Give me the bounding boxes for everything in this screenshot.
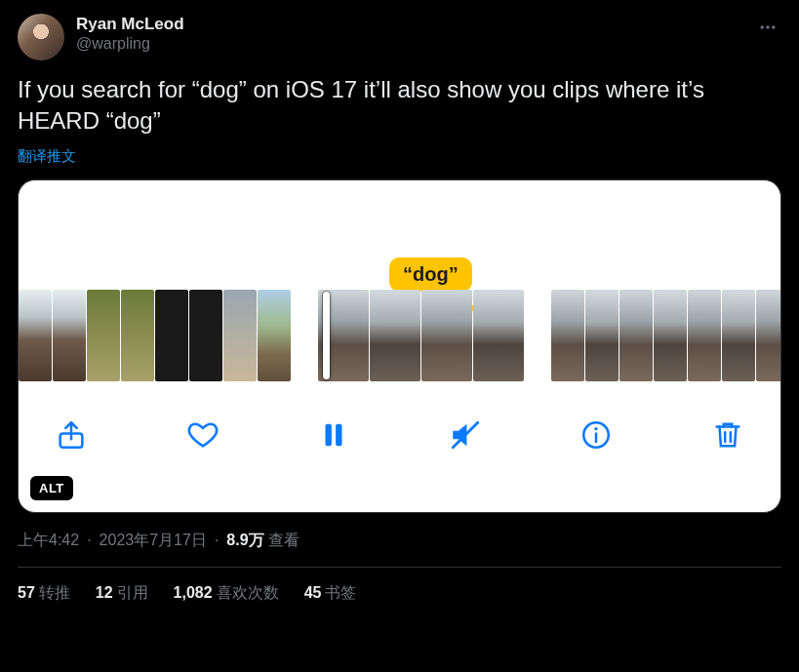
ellipsis-icon [758,18,778,37]
video-frame [654,290,687,381]
video-frame [19,290,52,381]
clip-group-1 [19,290,291,381]
delete-button[interactable] [708,414,747,456]
author-block: Ryan McLeod @warpling [76,14,754,54]
meta-time[interactable]: 上午4:42 [18,531,79,551]
svg-rect-4 [326,423,332,446]
video-frame [551,290,584,381]
video-frame [722,290,755,381]
more-options-button[interactable] [754,14,781,41]
video-frame [370,290,420,381]
video-frame [189,290,222,381]
translate-link[interactable]: 翻译推文 [18,147,76,166]
video-frame [585,290,619,381]
stat-likes[interactable]: 1,082喜欢次数 [174,583,279,604]
video-frame [87,290,120,381]
video-frame [619,290,653,381]
pause-button[interactable] [314,414,353,456]
meta-date[interactable]: 2023年7月17日 [100,531,207,551]
svg-point-0 [761,25,764,28]
video-frame [155,290,188,381]
video-frame [53,290,86,381]
tweet: Ryan McLeod @warpling If you search for … [0,0,799,617]
video-frame [258,290,291,381]
info-icon [579,418,613,452]
video-frame [756,290,781,381]
meta-separator: · [87,532,91,549]
svg-point-9 [595,427,598,430]
stat-bookmarks[interactable]: 45书签 [304,583,357,604]
share-icon [55,418,88,452]
mute-button[interactable] [446,414,485,456]
alt-text-badge[interactable]: ALT [30,476,73,500]
clip-group-3 [551,290,781,381]
video-frame [473,290,524,381]
video-scrubber-filmstrip[interactable] [19,290,780,381]
share-button[interactable] [52,414,91,456]
media-whitespace: “dog” [19,180,780,290]
stat-retweets[interactable]: 57转推 [18,583,70,604]
video-frame [223,290,257,381]
clip-group-2 [318,290,524,381]
tweet-meta: 上午4:42 · 2023年7月17日 · 8.9万 查看 [18,531,781,551]
views-count[interactable]: 8.9万 [226,531,263,551]
stat-quotes[interactable]: 12引用 [96,583,148,604]
views-label: 查看 [268,531,300,551]
trash-icon [711,418,744,452]
author-handle[interactable]: @warpling [76,34,754,54]
avatar[interactable] [18,14,64,60]
svg-point-2 [772,25,775,28]
mute-icon [449,418,482,452]
pause-icon [317,418,350,452]
tweet-stats: 57转推 12引用 1,082喜欢次数 45书签 [18,583,781,604]
svg-rect-5 [336,423,341,446]
tweet-text: If you search for “dog” on iOS 17 it’ll … [18,74,781,138]
info-button[interactable] [577,414,616,456]
meta-separator: · [215,532,219,549]
svg-point-1 [766,25,769,28]
video-frame [421,290,472,381]
divider [18,567,781,568]
heart-icon [186,418,220,452]
video-toolbar [19,381,780,465]
media-attachment[interactable]: “dog” [18,179,781,513]
video-frame [121,290,154,381]
tweet-header: Ryan McLeod @warpling [18,14,781,60]
favorite-button[interactable] [183,414,222,456]
playhead-indicator[interactable] [323,292,330,379]
transcript-match-pill: “dog” [389,257,472,292]
video-frame [688,290,721,381]
author-display-name[interactable]: Ryan McLeod [76,14,754,34]
